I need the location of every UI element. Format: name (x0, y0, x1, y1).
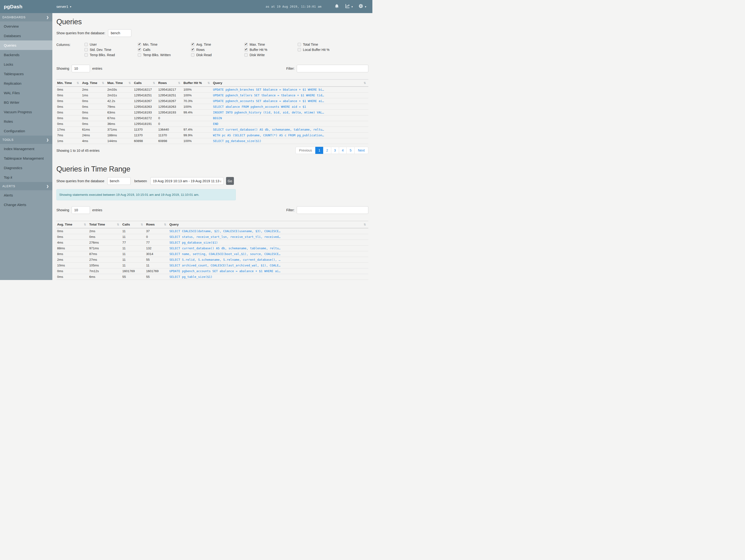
sidebar-item-diagnostics[interactable]: Diagnostics (0, 163, 52, 172)
column-header-rows[interactable]: Rows⇅ (145, 221, 169, 228)
query-link[interactable]: UPDATE pgbench_accounts SET abalance = a… (169, 269, 281, 273)
column-checkbox-temp-blks-read[interactable]: Temp Blks. Read (85, 53, 138, 57)
column-checkbox-disk-read[interactable]: Disk Read (191, 53, 245, 57)
checkbox-temp-blks-read[interactable] (85, 53, 88, 57)
column-checkbox-avg-time[interactable]: Avg. Time (191, 42, 245, 46)
pagination-next[interactable]: Next (354, 147, 368, 154)
pagination-page-4[interactable]: 4 (339, 147, 347, 154)
sidebar-item-vacuum-progress[interactable]: Vacuum Progress (0, 107, 52, 117)
sidebar-item-backends[interactable]: Backends (0, 50, 52, 60)
sidebar-item-queries[interactable]: Queries (0, 40, 52, 50)
query-link[interactable]: SELECT archived_count, COALESCE(last_arc… (169, 264, 281, 267)
column-checkbox-calls[interactable]: Calls (138, 48, 191, 52)
column-checkbox-std-dev-time[interactable]: Std. Dev. Time (85, 48, 138, 52)
sidebar-item-locks[interactable]: Locks (0, 60, 52, 69)
checkbox-calls[interactable] (138, 48, 141, 52)
filter-input[interactable] (297, 65, 368, 72)
notifications-button[interactable] (334, 4, 339, 9)
app-logo[interactable]: pgDash (0, 4, 52, 9)
checkbox-min-time[interactable] (138, 43, 141, 46)
page-size-input-2[interactable] (72, 206, 90, 214)
query-link[interactable]: SELECT name, setting, COALESCE(boot_val,… (169, 252, 281, 256)
sidebar-item-top-k[interactable]: Top k (0, 172, 52, 182)
pagination-page-2[interactable]: 2 (323, 147, 331, 154)
column-checkbox-disk-write[interactable]: Disk Write (245, 53, 298, 57)
query-link[interactable]: SELECT pg_database_size($1) (213, 139, 261, 143)
sidebar-item-roles[interactable]: Roles (0, 117, 52, 126)
column-header-min-time[interactable]: Min. Time⇅ (56, 79, 82, 87)
pagination-page-5[interactable]: 5 (347, 147, 355, 154)
column-checkbox-total-time[interactable]: Total Time (298, 42, 351, 46)
checkbox-max-time[interactable] (245, 43, 248, 46)
checkbox-local-buffer-hit[interactable] (298, 48, 301, 52)
query-link[interactable]: SELECT S.relid, S.schemaname, S.relname,… (169, 258, 281, 261)
column-checkbox-user[interactable]: User (85, 42, 138, 46)
pagination-page-3[interactable]: 3 (331, 147, 339, 154)
sidebar-item-tablespace-management[interactable]: Tablespace Management (0, 154, 52, 163)
column-header-total-time[interactable]: Total Time⇅ (89, 221, 122, 228)
time-range-input[interactable] (150, 177, 224, 185)
query-link[interactable]: UPDATE pgbench_tellers SET tbalance = tb… (213, 94, 324, 97)
column-header-query[interactable]: Query⇅ (212, 79, 368, 87)
query-link[interactable]: SELECT current_database() AS db, scheman… (169, 246, 281, 250)
sidebar-item-databases[interactable]: Databases (0, 31, 52, 40)
query-link[interactable]: SELECT COALESCE(datname, $2), COALESCE(u… (169, 229, 281, 233)
sidebar-item-configuration[interactable]: Configuration (0, 126, 52, 136)
checkbox-disk-read[interactable] (191, 53, 194, 57)
column-header-max-time[interactable]: Max. Time⇅ (107, 79, 133, 87)
query-link[interactable]: SELECT abalance FROM pgbench_accounts WH… (213, 105, 306, 108)
query-link[interactable]: SELECT status, receive_start_lsn, receiv… (169, 235, 281, 239)
column-checkbox-min-time[interactable]: Min. Time (138, 42, 191, 46)
query-link[interactable]: BEGIN (213, 116, 222, 120)
column-header-calls[interactable]: Calls⇅ (122, 221, 145, 228)
checkbox-std-dev-time[interactable] (85, 48, 88, 52)
column-checkbox-max-time[interactable]: Max. Time (245, 42, 298, 46)
column-checkbox-rows[interactable]: Rows (191, 48, 245, 52)
sidebar-item-replication[interactable]: Replication (0, 78, 52, 88)
query-link[interactable]: WITH pc AS (SELECT pubname, COUNT(*) AS … (213, 133, 324, 137)
checkbox-avg-time[interactable] (191, 43, 194, 46)
query-link[interactable]: INSERT INTO pgbench_history (tid, bid, a… (213, 111, 324, 114)
column-checkbox-local-buffer-hit[interactable]: Local Buffer Hit % (298, 48, 351, 52)
column-header-buffer-hit[interactable]: Buffer Hit %⇅ (183, 79, 212, 87)
query-link[interactable]: SELECT pg_table_size($1) (169, 275, 213, 278)
query-link[interactable]: UPDATE pgbench_accounts SET abalance = a… (213, 99, 324, 103)
column-header-query[interactable]: Query⇅ (169, 221, 368, 228)
checkbox-temp-blks-written[interactable] (138, 53, 141, 57)
query-link[interactable]: SELECT pg_database_size($1) (169, 241, 218, 244)
query-link[interactable]: END (213, 122, 219, 126)
checkbox-disk-write[interactable] (245, 53, 248, 57)
column-checkbox-temp-blks-written[interactable]: Temp Blks. Written (138, 53, 191, 57)
sidebar-item-bg-writer[interactable]: BG Writer (0, 98, 52, 107)
sidebar-item-overview[interactable]: Overview (0, 22, 52, 31)
sidebar-item-change-alerts[interactable]: Change Alerts (0, 200, 52, 209)
query-link[interactable]: SELECT current_database() AS db, scheman… (213, 128, 324, 131)
sidebar-section-tools[interactable]: TOOLS❯ (0, 136, 52, 144)
column-header-avg-time[interactable]: Avg. Time⇅ (82, 79, 107, 87)
checkbox-user[interactable] (85, 43, 88, 46)
column-checkbox-buffer-hit[interactable]: Buffer Hit % (245, 48, 298, 52)
checkbox-buffer-hit[interactable] (245, 48, 248, 52)
sidebar-section-alerts[interactable]: ALERTS❯ (0, 182, 52, 190)
page-size-input[interactable] (72, 65, 90, 72)
query-link[interactable]: UPDATE pgbench_branches SET bbalance = b… (213, 88, 324, 91)
pagination-page-1[interactable]: 1 (315, 147, 323, 154)
sidebar-section-dashboards[interactable]: DASHBOARDS❯ (0, 13, 52, 22)
column-header-rows[interactable]: Rows⇅ (158, 79, 183, 87)
sidebar-item-alerts[interactable]: Alerts (0, 190, 52, 200)
database-input[interactable] (108, 29, 131, 37)
sidebar-item-index-management[interactable]: Index Management (0, 144, 52, 154)
checkbox-rows[interactable] (191, 48, 194, 52)
server-selector[interactable]: server1 ▾ (56, 4, 71, 8)
column-header-avg-time[interactable]: Avg. Time⇅ (56, 221, 89, 228)
charts-menu[interactable]: ▾ (345, 4, 353, 9)
sidebar-item-tablespaces[interactable]: Tablespaces (0, 69, 52, 78)
database-input-2[interactable] (107, 177, 131, 185)
pagination-previous[interactable]: Previous (295, 147, 316, 154)
sidebar-item-wal-files[interactable]: WAL Files (0, 88, 52, 98)
settings-menu[interactable]: ▾ (358, 4, 366, 9)
filter-input-2[interactable] (297, 206, 368, 214)
column-header-calls[interactable]: Calls⇅ (133, 79, 158, 87)
checkbox-total-time[interactable] (298, 43, 301, 46)
go-button[interactable]: Go (226, 177, 234, 185)
